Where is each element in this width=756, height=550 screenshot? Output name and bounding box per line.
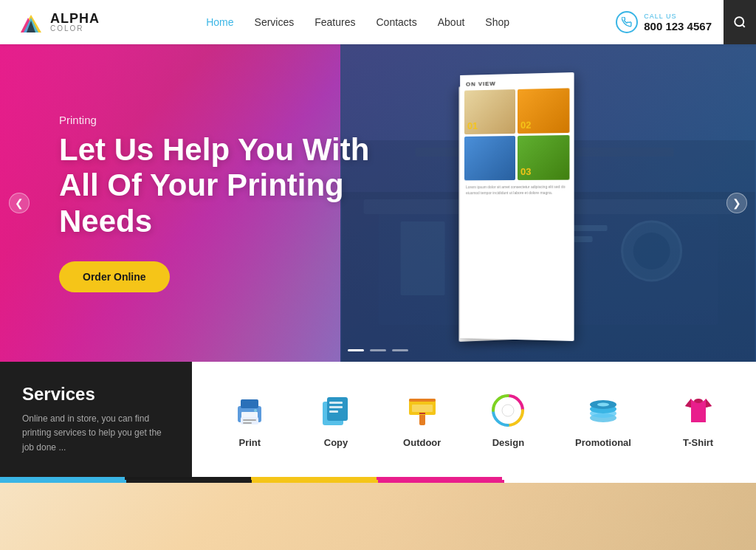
slider-dot-2[interactable] — [370, 349, 386, 351]
order-online-button[interactable]: Order Online — [59, 261, 170, 292]
slider-dot-3[interactable] — [392, 349, 408, 351]
nav-home[interactable]: Home — [206, 16, 233, 28]
copy-icon — [317, 391, 355, 430]
logo-color-text: COLOR — [50, 25, 100, 32]
svg-point-5 — [735, 17, 743, 26]
services-left-panel: Services Online and in store, you can fi… — [0, 362, 192, 477]
print-label: Print — [239, 437, 261, 448]
site-header: ALPHA COLOR Home Services Features Conta… — [0, 0, 756, 44]
nav-shop[interactable]: Shop — [485, 16, 509, 28]
slider-next-arrow[interactable]: ❯ — [726, 193, 747, 213]
promotional-label: Promotional — [575, 437, 631, 448]
slider-dots — [348, 349, 408, 351]
bottom-strip-content — [0, 483, 756, 550]
service-print[interactable]: Print — [230, 391, 269, 448]
nav-services[interactable]: Services — [255, 16, 295, 28]
logo-text: ALPHA COLOR — [50, 12, 100, 32]
slider-dot-1[interactable] — [348, 349, 364, 351]
svg-point-40 — [597, 402, 609, 406]
hero-subtitle: Printing — [59, 114, 413, 126]
design-icon — [489, 391, 527, 430]
print-icon — [230, 391, 269, 430]
design-label: Design — [492, 437, 524, 448]
nav-contacts[interactable]: Contacts — [376, 16, 416, 28]
svg-rect-29 — [419, 413, 425, 425]
svg-point-41 — [694, 399, 703, 403]
tshirt-icon — [679, 391, 718, 430]
promotional-icon — [584, 391, 622, 430]
svg-point-21 — [254, 409, 257, 412]
header-right: CALL US 800 123 4567 — [616, 0, 738, 44]
svg-rect-27 — [329, 406, 343, 408]
svg-rect-25 — [327, 397, 348, 421]
service-copy[interactable]: Copy — [317, 391, 355, 448]
logo-alpha-text: ALPHA — [50, 12, 100, 25]
phone-details: CALL US 800 123 4567 — [644, 13, 712, 32]
services-description: Online and in store, you can find printi… — [22, 412, 170, 455]
svg-rect-28 — [329, 410, 338, 413]
magazine-right-page: ON VIEW 01 02 03 — [461, 72, 574, 341]
hero-title: Let Us Help You With All Of Your Printin… — [59, 132, 413, 239]
nav-about[interactable]: About — [438, 16, 465, 28]
svg-line-6 — [742, 24, 744, 27]
svg-rect-32 — [412, 405, 433, 412]
call-us-label: CALL US — [644, 13, 712, 20]
service-promotional[interactable]: Promotional — [575, 391, 631, 448]
bottom-preview-strip — [0, 483, 756, 550]
phone-block: CALL US 800 123 4567 — [616, 11, 712, 33]
phone-number: 800 123 4567 — [644, 20, 712, 32]
logo: ALPHA COLOR — [18, 9, 100, 35]
svg-rect-31 — [409, 399, 436, 402]
hero-section: ON VIEW ALPHA PRINT ON VIEW 01 02 — [0, 44, 756, 362]
svg-rect-19 — [241, 399, 258, 408]
copy-label: Copy — [324, 437, 348, 448]
service-tshirt[interactable]: T-Shirt — [679, 391, 718, 448]
svg-point-35 — [502, 405, 514, 416]
services-section: Services Online and in store, you can fi… — [0, 362, 756, 480]
magazine-mockup: ON VIEW ALPHA PRINT ON VIEW 01 02 — [459, 74, 681, 354]
svg-rect-22 — [243, 419, 256, 421]
logo-icon — [18, 9, 44, 35]
services-icons-panel: Print Copy — [192, 362, 756, 477]
slider-prev-arrow[interactable]: ❮ — [9, 193, 30, 213]
svg-rect-23 — [243, 422, 252, 424]
outdoor-label: Outdoor — [403, 437, 441, 448]
hero-content: Printing Let Us Help You With All Of You… — [59, 114, 413, 292]
services-heading: Services — [22, 384, 170, 405]
main-nav: Home Services Features Contacts About Sh… — [206, 16, 509, 28]
service-outdoor[interactable]: Outdoor — [403, 391, 441, 448]
tshirt-label: T-Shirt — [683, 437, 713, 448]
outdoor-icon — [403, 391, 441, 430]
nav-features[interactable]: Features — [315, 16, 355, 28]
svg-rect-26 — [329, 402, 343, 404]
service-design[interactable]: Design — [489, 391, 527, 448]
search-button[interactable] — [724, 0, 756, 44]
phone-icon — [616, 11, 638, 33]
